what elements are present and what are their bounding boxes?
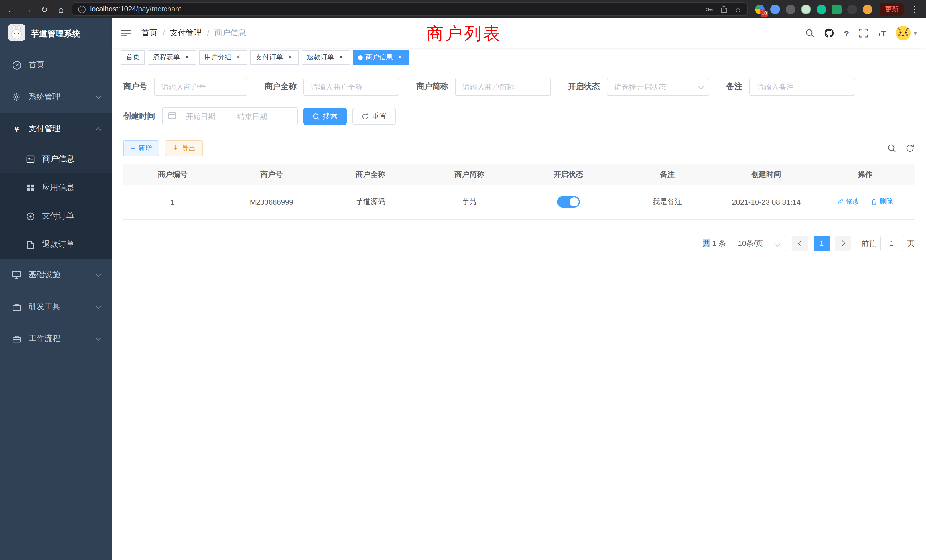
merchant-name-input[interactable] — [303, 77, 399, 96]
table-tools — [887, 144, 915, 153]
close-icon[interactable]: × — [286, 53, 294, 61]
extension-blue-icon[interactable] — [770, 4, 780, 14]
sidebar-item-label: 研发工具 — [29, 302, 61, 312]
edit-link[interactable]: 修改 — [837, 197, 859, 207]
tab-home[interactable]: 首页 — [121, 50, 145, 65]
prev-page-button[interactable] — [792, 235, 808, 251]
sidebar-item-infra[interactable]: 基础设施 — [0, 259, 112, 291]
sidebar-item-app-info[interactable]: 应用信息 — [0, 173, 112, 202]
next-page-button[interactable] — [835, 235, 851, 251]
table-header-row: 商户编号 商户号 商户全称 商户简称 开启状态 备注 创建时间 操作 — [123, 164, 915, 185]
payment-submenu: 商户信息 应用信息 支付订单 — [0, 145, 112, 259]
site-info-icon[interactable]: i — [78, 5, 86, 13]
breadcrumb-item-current: 商户信息 — [214, 28, 246, 38]
screenshot-root: ← → ↻ ⌂ i localhost:1024/pay/merchant ☆ … — [0, 0, 926, 560]
extension-green-check-icon[interactable] — [817, 4, 826, 14]
address-bar[interactable]: i localhost:1024/pay/merchant ☆ — [72, 2, 747, 16]
extension-dark-icon[interactable] — [847, 4, 857, 14]
refresh-icon[interactable] — [905, 144, 915, 153]
table-toolbar: + 新增 导出 — [123, 140, 915, 156]
app-title: 芋道管理系统 — [31, 28, 80, 39]
end-date-input[interactable] — [231, 112, 274, 121]
merchant-no-input[interactable] — [154, 77, 247, 96]
column-header: 商户全称 — [321, 164, 420, 185]
pagination: 共 1 条 10条/页 1 前往 页 — [123, 235, 915, 251]
sidebar-item-pay-order[interactable]: 支付订单 — [0, 202, 112, 230]
extension-avatar-icon[interactable] — [801, 4, 811, 14]
share-icon[interactable] — [720, 5, 728, 13]
extension-notes-icon[interactable] — [832, 4, 841, 14]
home-icon[interactable]: ⌂ — [55, 5, 67, 14]
back-icon[interactable]: ← — [6, 5, 17, 14]
hamburger-icon[interactable] — [121, 29, 131, 37]
start-date-input[interactable] — [180, 112, 222, 121]
extension-colorful-icon[interactable]: 10 — [755, 4, 765, 14]
date-range-picker[interactable]: - — [162, 107, 298, 126]
close-icon[interactable]: × — [183, 53, 191, 61]
tab-user-group[interactable]: 用户分组 × — [199, 50, 247, 65]
sidebar-item-payment[interactable]: ¥ 支付管理 — [0, 113, 112, 145]
short-name-input[interactable] — [455, 77, 551, 96]
filter-short-name: 商户简称 — [416, 77, 551, 96]
cell-full-name: 芋道源码 — [321, 185, 420, 219]
help-icon[interactable]: ? — [844, 28, 849, 38]
extension-icons: 10 — [755, 4, 872, 14]
field-label: 商户号 — [123, 82, 147, 92]
sidebar-item-label: 首页 — [29, 60, 44, 70]
github-icon[interactable] — [824, 28, 834, 38]
tab-pay-order[interactable]: 支付订单 × — [250, 50, 299, 65]
browser-menu-icon[interactable]: ⋮ — [909, 5, 920, 14]
sidebar-item-devtools[interactable]: 研发工具 — [0, 291, 112, 323]
reset-button[interactable]: 重置 — [353, 108, 396, 125]
browser-update-button[interactable]: 更新 — [880, 3, 904, 16]
toggle-search-icon[interactable] — [887, 144, 896, 153]
status-select[interactable] — [607, 77, 709, 96]
reload-icon[interactable]: ↻ — [39, 5, 50, 14]
goto-label: 前往 — [862, 238, 876, 248]
app-logo[interactable]: 芋道管理系统 — [0, 18, 112, 49]
breadcrumb-item[interactable]: 支付管理 — [170, 28, 202, 38]
breadcrumb-item[interactable]: 首页 — [141, 28, 157, 38]
goto-page: 前往 页 — [862, 235, 915, 251]
close-icon[interactable]: × — [337, 53, 345, 61]
goto-page-input[interactable] — [881, 235, 903, 251]
sidebar-item-home[interactable]: 首页 — [0, 49, 112, 81]
search-icon[interactable] — [805, 29, 814, 38]
sidebar-item-label: 支付订单 — [42, 211, 74, 221]
status-select-input[interactable] — [607, 77, 709, 96]
bookmark-star-icon[interactable]: ☆ — [735, 5, 741, 13]
add-button[interactable]: + 新增 — [123, 140, 159, 156]
tab-merchant-info[interactable]: 商户信息 × — [353, 50, 409, 65]
forward-icon[interactable]: → — [22, 5, 34, 14]
status-switch[interactable] — [557, 196, 580, 207]
tab-process-form[interactable]: 流程表单 × — [148, 50, 196, 65]
search-button[interactable]: 搜索 — [303, 108, 346, 125]
page-number-button[interactable]: 1 — [814, 235, 830, 251]
close-icon[interactable]: × — [396, 53, 404, 61]
extension-orange-icon[interactable] — [863, 4, 872, 14]
id-card-icon — [25, 155, 35, 163]
sidebar-item-merchant-info[interactable]: 商户信息 — [0, 145, 112, 173]
user-avatar[interactable]: ▾ — [896, 26, 917, 41]
tab-refund-order[interactable]: 退款订单 × — [302, 50, 350, 65]
reset-action: 重置 — [353, 108, 396, 125]
cell-merchant-id: 1 — [123, 185, 222, 219]
sidebar-item-refund-order[interactable]: 退款订单 — [0, 230, 112, 259]
page-size-select[interactable]: 10条/页 — [732, 235, 786, 251]
close-icon[interactable]: × — [235, 53, 242, 61]
font-size-icon[interactable]: TT — [878, 29, 887, 37]
delete-link[interactable]: 删除 — [871, 197, 893, 207]
password-key-icon[interactable] — [705, 5, 714, 14]
fullscreen-icon[interactable] — [859, 29, 868, 38]
active-tab-dot — [358, 55, 363, 60]
field-label: 开启状态 — [568, 82, 600, 92]
sidebar-item-label: 工作流程 — [29, 334, 61, 344]
sidebar-item-label: 支付管理 — [29, 124, 61, 134]
remark-input[interactable] — [749, 77, 855, 96]
extension-gray-icon[interactable] — [786, 4, 796, 14]
app-window: 芋道管理系统 首页 系统管理 ¥ 支付管理 — [0, 18, 926, 560]
sidebar-item-system[interactable]: 系统管理 — [0, 81, 112, 113]
export-button[interactable]: 导出 — [165, 140, 203, 156]
sidebar-item-workflow[interactable]: 工作流程 — [0, 323, 112, 355]
breadcrumb-separator: / — [162, 29, 165, 38]
